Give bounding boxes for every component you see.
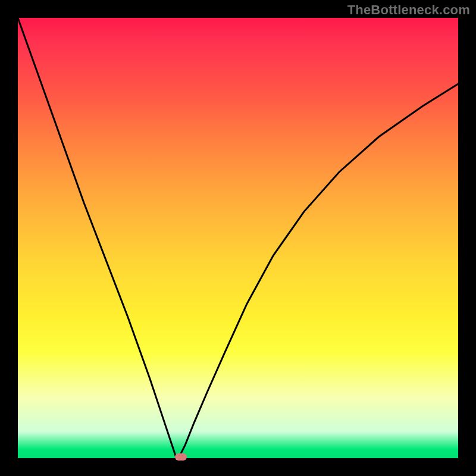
bottleneck-curve bbox=[18, 18, 458, 458]
chart-svg bbox=[18, 18, 458, 458]
plot-area bbox=[18, 18, 458, 458]
optimum-marker bbox=[175, 453, 187, 461]
watermark-text: TheBottleneck.com bbox=[347, 2, 470, 18]
